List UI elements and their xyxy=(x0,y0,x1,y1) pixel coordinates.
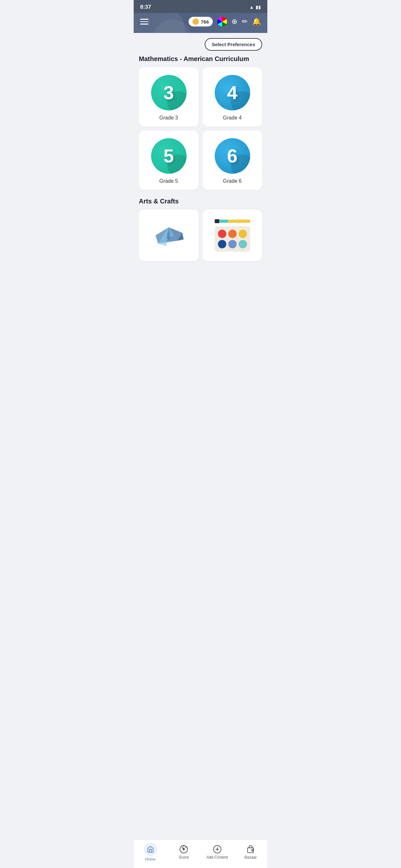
status-time: 8:37 xyxy=(140,4,151,10)
arts-grid xyxy=(139,210,262,261)
add-circle-icon[interactable]: ⊕ xyxy=(232,18,237,26)
paint-palette-image xyxy=(215,219,250,252)
status-bar: 8:37 ▲ ▮▮ xyxy=(134,0,267,13)
color-wheel-icon[interactable] xyxy=(217,17,227,27)
battery-icon: ▮▮ xyxy=(256,4,261,10)
grade-5-number: 5 xyxy=(163,147,174,165)
grade-4-number: 4 xyxy=(227,83,237,102)
grade-5-circle: 5 xyxy=(151,138,187,174)
grade-5-label: Grade 5 xyxy=(159,178,178,184)
grade-grid: 3 Grade 3 4 Grade 4 5 Grade 5 6 Grade 6 xyxy=(139,67,262,190)
main-content: Select Preferences Mathematics - America… xyxy=(134,33,267,293)
grade-3-card[interactable]: 3 Grade 3 xyxy=(139,67,198,127)
palette-colors xyxy=(215,226,250,252)
coins-badge[interactable]: 766 xyxy=(189,17,213,27)
grade-6-label: Grade 6 xyxy=(223,178,242,184)
grade-4-card[interactable]: 4 Grade 4 xyxy=(203,67,262,127)
edit-icon[interactable]: ✏ xyxy=(242,18,248,26)
math-section-title: Mathematics - American Curriculum xyxy=(139,55,262,63)
grade-3-number: 3 xyxy=(163,83,174,102)
origami-card[interactable] xyxy=(139,210,198,261)
grade-6-circle: 6 xyxy=(215,138,250,174)
grade-4-label: Grade 4 xyxy=(223,115,242,121)
header-actions: 766 ⊕ ✏ 🔔 xyxy=(189,17,261,27)
header: 766 ⊕ ✏ 🔔 xyxy=(134,13,267,33)
origami-bird-image xyxy=(153,219,185,252)
wifi-icon: ▲ xyxy=(249,4,254,10)
arts-section-title: Arts & Crafts xyxy=(139,197,262,205)
hamburger-menu[interactable] xyxy=(140,19,149,25)
painting-card[interactable] xyxy=(203,210,262,261)
coins-count: 766 xyxy=(201,19,209,25)
grade-5-card[interactable]: 5 Grade 5 xyxy=(139,130,198,190)
grade-3-circle: 3 xyxy=(151,75,187,111)
bell-icon[interactable]: 🔔 xyxy=(252,18,261,26)
grade-6-card[interactable]: 6 Grade 6 xyxy=(203,130,262,190)
grade-3-label: Grade 3 xyxy=(159,115,178,121)
grade-4-circle: 4 xyxy=(215,75,250,111)
grade-6-number: 6 xyxy=(227,147,237,165)
coin-icon xyxy=(192,19,199,25)
preferences-row: Select Preferences xyxy=(139,38,262,51)
select-preferences-button[interactable]: Select Preferences xyxy=(205,38,262,51)
status-icons: ▲ ▮▮ xyxy=(249,4,261,10)
